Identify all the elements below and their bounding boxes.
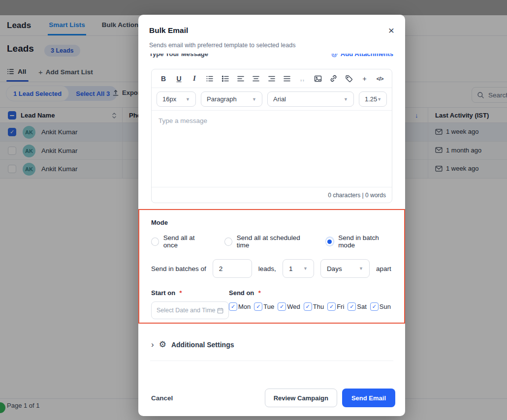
send-on-label: Send on: [229, 289, 254, 297]
message-textarea[interactable]: Type a message: [152, 111, 392, 187]
bold-icon[interactable]: B: [159, 74, 167, 83]
checkbox-checked-icon: [278, 302, 286, 311]
calendar-icon: [217, 307, 223, 314]
rich-text-editor: B U I: [151, 69, 392, 203]
align-right-icon[interactable]: [268, 74, 276, 83]
checkbox-checked-icon: [304, 302, 312, 311]
underline-icon[interactable]: U: [175, 74, 183, 83]
interval-value: 1: [289, 265, 293, 272]
batch-leads-text: leads,: [258, 265, 276, 272]
batch-settings-row: Send in batches of 2 leads, 1 ▼ Days ▼ a…: [151, 259, 392, 278]
ordered-list-icon[interactable]: [206, 74, 214, 83]
checkbox-checked-icon: [254, 302, 262, 311]
mode-radio-group: Send all at once Send all at scheduled t…: [151, 234, 392, 249]
radio-icon: [224, 238, 232, 246]
radio-send-at-scheduled-time[interactable]: Send all at scheduled time: [224, 234, 308, 249]
line-height-value: 1.25: [365, 95, 377, 103]
day-label: Fri: [337, 303, 344, 310]
day-checkbox-mon[interactable]: Mon: [229, 302, 251, 311]
checkbox-checked-icon: [327, 302, 336, 311]
day-checkbox-wed[interactable]: Wed: [278, 302, 300, 311]
image-icon[interactable]: [314, 74, 322, 83]
align-center-icon[interactable]: [252, 74, 260, 83]
checkbox-checked-icon: [348, 302, 356, 311]
add-attachments-label: Add Attachments: [341, 54, 393, 59]
interval-unit: Days: [327, 265, 342, 272]
code-icon[interactable]: </>: [376, 74, 384, 83]
interval-value-select[interactable]: 1 ▼: [283, 259, 314, 278]
modal-subtitle: Sends email with preferred template to s…: [149, 42, 295, 49]
radio-icon: [151, 238, 159, 246]
message-label: Type Your Message: [149, 54, 208, 59]
mode-label: Mode: [151, 219, 392, 226]
character-counter: 0 characters | 0 words: [152, 187, 392, 203]
link-icon[interactable]: [329, 74, 338, 83]
paragraph-style-select[interactable]: Paragraph ▼: [201, 91, 262, 107]
quote-icon[interactable]: ,,: [298, 74, 306, 83]
radio-label: Send in batch mode: [338, 234, 392, 249]
bullet-list-icon[interactable]: [221, 74, 229, 83]
day-checkbox-tue[interactable]: Tue: [254, 302, 274, 311]
batch-prefix-text: Send in batches of: [151, 265, 206, 272]
modal-footer: Cancel Review Campaign Send Email: [151, 389, 395, 407]
gear-icon: ⚙: [159, 339, 166, 350]
day-label: Tue: [263, 303, 274, 310]
editor-format-row: 16px ▼ Paragraph ▼ Arial ▼ 1.25 ▼: [152, 88, 392, 111]
mode-section-highlighted: Mode Send all at once Send all at schedu…: [138, 209, 405, 324]
day-checkbox-thu[interactable]: Thu: [304, 302, 324, 311]
italic-icon[interactable]: I: [190, 74, 198, 83]
send-email-button[interactable]: Send Email: [342, 389, 395, 407]
day-label: Sat: [357, 303, 367, 310]
radio-label: Send all at scheduled time: [237, 234, 308, 249]
chevron-down-icon: ▼: [252, 97, 256, 102]
font-size-select[interactable]: 16px ▼: [157, 91, 196, 107]
day-label: Sun: [380, 303, 391, 310]
day-checkbox-sat[interactable]: Sat: [348, 302, 367, 311]
day-label: Wed: [287, 303, 300, 310]
chevron-down-icon: ▼: [344, 97, 348, 102]
day-label: Mon: [238, 303, 251, 310]
app-root: Leads Smart Lists Bulk Actions Restore L…: [0, 0, 507, 420]
align-justify-icon[interactable]: [283, 74, 291, 83]
send-on-days-group: Mon Tue Wed Thu Fri Sat Sun: [229, 302, 394, 311]
cancel-button[interactable]: Cancel: [151, 394, 173, 402]
radio-selected-icon: [326, 237, 334, 246]
tag-icon[interactable]: [345, 74, 353, 83]
day-checkbox-sun[interactable]: Sun: [370, 302, 391, 311]
bulk-email-modal: Bulk Email × Sends email with preferred …: [138, 15, 405, 416]
radio-send-all-at-once[interactable]: Send all at once: [151, 234, 207, 249]
checkbox-checked-icon: [229, 302, 237, 311]
chevron-down-icon: ▼: [186, 97, 190, 102]
batch-suffix-text: apart: [376, 265, 391, 272]
chevron-down-icon: ▼: [377, 97, 381, 102]
chevron-down-icon: ▼: [303, 266, 308, 271]
date-placeholder: Select Date and Time: [157, 307, 216, 314]
start-date-input[interactable]: Select Date and Time: [151, 301, 229, 319]
interval-unit-select[interactable]: Days ▼: [320, 259, 370, 278]
radio-label: Send all at once: [163, 234, 207, 249]
schedule-row: Start on * Select Date and Time: [151, 288, 392, 319]
font-family-select[interactable]: Arial ▼: [267, 91, 354, 107]
align-left-icon[interactable]: [237, 74, 245, 83]
day-label: Thu: [313, 303, 324, 310]
line-height-select[interactable]: 1.25 ▼: [359, 91, 387, 107]
start-on-label: Start on: [151, 289, 175, 297]
close-icon[interactable]: ×: [388, 26, 394, 35]
font-family-value: Arial: [273, 95, 286, 103]
plus-icon[interactable]: +: [360, 74, 368, 83]
additional-settings-toggle[interactable]: › ⚙ Additional Settings: [151, 339, 234, 350]
divider: [150, 360, 393, 361]
day-checkbox-fri[interactable]: Fri: [327, 302, 344, 311]
batch-size-input[interactable]: 2: [213, 259, 252, 278]
radio-send-in-batch-mode[interactable]: Send in batch mode: [326, 234, 392, 249]
add-attachments-button[interactable]: @ Add Attachments: [331, 54, 393, 59]
required-mark: *: [180, 289, 182, 297]
review-campaign-button[interactable]: Review Campaign: [265, 389, 337, 407]
chevron-down-icon: ▼: [359, 266, 363, 271]
editor-toolbar: B U I: [152, 69, 392, 88]
modal-title: Bulk Email: [149, 26, 188, 35]
additional-settings-label: Additional Settings: [171, 341, 234, 349]
paragraph-style-value: Paragraph: [207, 95, 237, 103]
message-label-row: Type Your Message @ Add Attachments: [149, 54, 393, 60]
required-mark: *: [258, 289, 261, 297]
